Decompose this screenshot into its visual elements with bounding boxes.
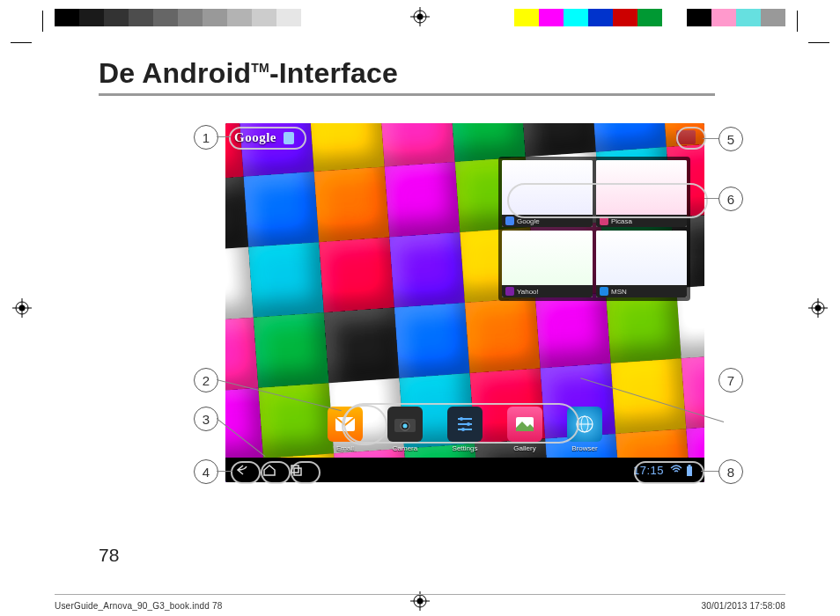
registration-mark-icon [808,298,828,318]
svg-rect-32 [687,466,692,476]
site-favicon-icon [505,216,514,225]
annotated-figure: Google Google Picasa Yahoo! [99,123,750,510]
title-text: De Android [99,57,251,89]
app-browser[interactable]: Browser [563,407,607,452]
app-label: Camera [393,444,417,452]
app-label: Browser [571,444,597,452]
svg-rect-31 [294,468,301,475]
bookmark-label: MSN [611,288,627,296]
svg-rect-30 [291,466,298,473]
print-colorbar-color [514,9,785,26]
svg-point-24 [467,422,470,426]
back-button[interactable] [232,462,254,478]
imprint-footer: UserGuide_Arnova_90_G3_book.indd 78 30/0… [55,594,785,616]
callout-number: 7 [718,368,743,392]
registration-mark-icon [12,298,32,318]
app-email[interactable]: Email [323,407,367,452]
google-search-bar[interactable]: Google [234,130,294,145]
callout-number: 6 [718,187,743,211]
email-icon [328,407,363,442]
trademark-symbol: TM [251,61,269,75]
callout-number: 3 [194,407,218,431]
site-favicon-icon [505,287,514,296]
svg-point-19 [403,424,408,429]
app-settings[interactable]: Settings [443,407,487,452]
recent-apps-button[interactable] [285,462,306,478]
footer-filename: UserGuide_Arnova_90_G3_book.indd 78 [55,601,222,611]
gallery-icon [507,407,542,442]
callout-number: 8 [718,459,743,484]
battery-icon [685,465,697,475]
tablet-screenshot: Google Google Picasa Yahoo! [225,123,704,482]
bookmark-label: Google [517,217,540,225]
callout-leader [701,471,718,472]
status-clock[interactable]: 17:15 [633,464,664,477]
callout-leader [217,136,231,137]
browser-bookmarks-widget[interactable]: Google Picasa Yahoo! MSN [498,157,690,301]
title-suffix: -Interface [269,57,398,89]
camera-icon [387,407,423,442]
bookmark-label: Yahoo! [517,288,539,296]
app-dock: Email Camera Settings [225,403,704,456]
callout-number: 2 [194,368,218,392]
bookmark-thumbnail[interactable]: Yahoo! [502,231,593,297]
bookmark-thumbnail[interactable]: Google [502,160,593,227]
bookmark-label: Picasa [611,217,632,225]
bookmark-thumbnail[interactable]: MSN [596,231,687,297]
callout-leader [704,198,718,199]
callout-leader [703,138,718,139]
callout-number: 1 [194,125,218,150]
app-label: Settings [453,444,478,452]
title-rule [99,93,715,96]
page-title: De AndroidTM-Interface [99,57,787,90]
google-logo: Google [234,130,276,145]
app-label: Email [336,444,354,452]
settings-icon [447,407,483,442]
callout-number: 4 [194,459,218,484]
callout-number: 5 [718,127,743,151]
site-favicon-icon [600,216,608,225]
page-number: 78 [99,545,119,566]
print-colorbar-grayscale [55,9,326,26]
app-label: Gallery [513,444,535,452]
footer-datetime: 30/01/2013 17:58:08 [701,601,785,611]
apps-grid-icon[interactable] [676,130,696,144]
crop-mark-icon [32,32,53,53]
callout-leader [217,471,232,472]
crop-mark-icon [787,32,808,53]
app-camera[interactable]: Camera [383,407,427,452]
svg-rect-33 [689,465,691,466]
microphone-icon[interactable] [284,132,294,144]
registration-mark-icon [410,7,430,26]
system-nav-bar: 17:15 [225,458,704,482]
app-gallery[interactable]: Gallery [503,407,547,452]
home-button[interactable] [259,462,280,478]
site-favicon-icon [600,287,608,296]
svg-point-25 [461,428,465,431]
bookmark-thumbnail[interactable]: Picasa [596,160,687,227]
wifi-icon [670,465,682,475]
svg-point-23 [460,417,463,421]
browser-icon [567,407,602,442]
